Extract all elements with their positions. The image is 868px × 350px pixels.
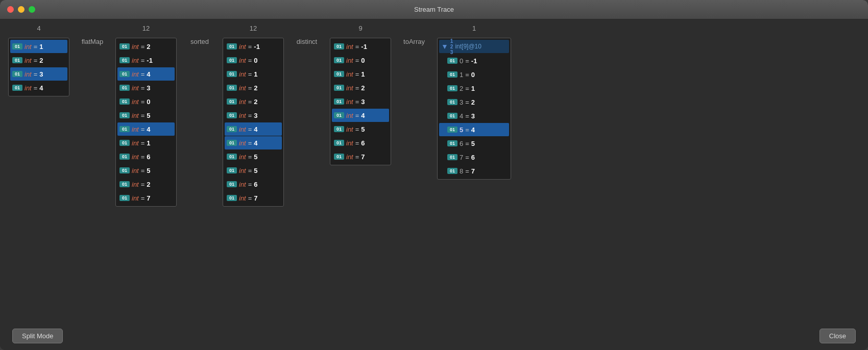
item-type: int <box>346 43 353 51</box>
close-window-button[interactable] <box>7 6 14 13</box>
item-val: 2 <box>254 98 257 106</box>
item-eq: = <box>248 84 252 92</box>
type-badge: 01 <box>227 181 237 187</box>
item-eq: = <box>465 112 469 120</box>
array-index-icon: 123 <box>450 38 453 55</box>
list-item[interactable]: 01 int = 1 <box>117 136 175 149</box>
list-item[interactable]: 01 int = 7 <box>332 150 389 163</box>
list-item[interactable]: 01 int = -1 <box>117 54 175 67</box>
type-badge: 01 <box>227 71 237 77</box>
item-type: int <box>346 126 353 133</box>
list-item[interactable]: 01 int = 7 <box>117 191 175 205</box>
item-eq: = <box>465 98 469 106</box>
list-item[interactable]: 01 int = 0 <box>332 54 389 67</box>
col3-list: 01 int = -1 01 int = 0 01 int = 1 <box>223 38 284 207</box>
item-type: int <box>25 84 32 92</box>
type-badge: 01 <box>334 112 344 118</box>
list-item[interactable]: 01 int = 4 <box>225 122 282 136</box>
type-badge: 01 <box>12 57 22 63</box>
list-item[interactable]: 01 int = 3 <box>10 67 67 81</box>
item-eq: = <box>141 194 145 202</box>
array-header-row[interactable]: ▼ 123 int[9]@10 <box>439 40 509 53</box>
list-item[interactable]: 01 int = 3 <box>117 81 175 94</box>
list-item[interactable]: 01 int = 2 <box>332 81 389 94</box>
type-badge: 01 <box>334 98 344 105</box>
type-badge: 01 <box>227 167 237 173</box>
item-type: int <box>239 57 246 64</box>
list-item[interactable]: 01 int = 6 <box>332 136 389 149</box>
item-eq: = <box>248 98 252 106</box>
list-item[interactable]: 01 int = 4 <box>332 109 389 122</box>
list-item[interactable]: 01 int = 0 <box>117 95 175 108</box>
item-val: 3 <box>39 70 43 78</box>
close-button[interactable]: Close <box>819 329 856 343</box>
item-eq: = <box>355 126 359 133</box>
col4-list: 01 int = -1 01 int = 0 01 int = 1 <box>330 38 391 165</box>
item-eq: = <box>34 57 38 64</box>
title-bar: Stream Trace <box>0 0 868 19</box>
list-item[interactable]: 01 int = 4 <box>117 67 175 81</box>
list-item[interactable]: 01 int = 2 <box>117 40 175 53</box>
list-item[interactable]: 01 int = 1 <box>332 67 389 81</box>
list-item[interactable]: 01 int = 2 <box>117 178 175 191</box>
list-item[interactable]: 01 int = 1 <box>10 40 67 53</box>
item-eq: = <box>355 139 359 147</box>
list-item[interactable]: 01 6 = 5 <box>439 137 509 150</box>
list-item[interactable]: 01 int = 4 <box>10 81 67 94</box>
list-item[interactable]: 01 int = 1 <box>225 67 282 81</box>
list-item[interactable]: 01 int = 3 <box>225 109 282 122</box>
list-item[interactable]: 01 8 = 7 <box>439 164 509 178</box>
type-badge: 01 <box>447 58 457 64</box>
split-mode-button[interactable]: Split Mode <box>12 329 63 343</box>
list-item[interactable]: 01 int = 5 <box>332 122 389 136</box>
type-badge: 01 <box>119 181 130 187</box>
list-item[interactable]: 01 3 = 2 <box>439 95 509 109</box>
list-item[interactable]: 01 int = 6 <box>117 150 175 163</box>
item-val: 5 <box>361 126 365 133</box>
item-type: int <box>25 70 32 78</box>
list-item[interactable]: 01 int = 4 <box>117 122 175 136</box>
item-idx: 3 <box>460 98 463 106</box>
list-item[interactable]: 01 int = 0 <box>225 54 282 67</box>
col1-count: 4 <box>37 24 40 35</box>
list-item[interactable]: 01 7 = 6 <box>439 151 509 164</box>
type-badge: 01 <box>334 85 344 91</box>
list-item[interactable]: 01 int = -1 <box>332 40 389 53</box>
minimize-button[interactable] <box>18 6 25 13</box>
stream-area: 4 01 int = 1 01 int = 2 01 int = <box>0 19 868 321</box>
item-type: int <box>346 153 353 161</box>
op-distinct: distinct <box>284 38 330 321</box>
item-type: int <box>132 181 139 188</box>
item-type: int <box>132 194 139 202</box>
type-badge: 01 <box>119 112 130 118</box>
type-badge: 01 <box>447 99 457 105</box>
list-item[interactable]: 01 int = 3 <box>332 95 389 108</box>
list-item[interactable]: 01 int = 5 <box>117 164 175 177</box>
list-item[interactable]: 01 5 = 4 <box>439 123 509 136</box>
list-item[interactable]: 01 int = 5 <box>117 109 175 122</box>
list-item[interactable]: 01 0 = -1 <box>439 54 509 67</box>
list-item[interactable]: 01 int = 2 <box>10 54 67 67</box>
list-item[interactable]: 01 int = 2 <box>225 81 282 94</box>
item-type: int <box>346 139 353 147</box>
list-item[interactable]: 01 int = 6 <box>225 178 282 191</box>
type-badge: 01 <box>119 126 130 132</box>
type-badge: 01 <box>119 98 130 105</box>
type-badge: 01 <box>119 85 130 91</box>
list-item[interactable]: 01 2 = 1 <box>439 82 509 95</box>
list-item[interactable]: 01 int = 5 <box>225 164 282 177</box>
type-badge: 01 <box>334 71 344 77</box>
item-idx: 4 <box>460 112 463 120</box>
window-controls[interactable] <box>7 6 35 13</box>
list-item[interactable]: 01 int = 7 <box>225 191 282 205</box>
list-item[interactable]: 01 1 = 0 <box>439 68 509 81</box>
list-item[interactable]: 01 int = 5 <box>225 150 282 163</box>
list-item[interactable]: 01 4 = 3 <box>439 109 509 122</box>
item-type: int <box>346 112 353 119</box>
list-item[interactable]: 01 int = 4 <box>225 136 282 149</box>
item-eq: = <box>141 126 145 133</box>
maximize-button[interactable] <box>29 6 35 13</box>
list-item[interactable]: 01 int = -1 <box>225 40 282 53</box>
list-item[interactable]: 01 int = 2 <box>225 95 282 108</box>
item-eq: = <box>355 98 359 106</box>
